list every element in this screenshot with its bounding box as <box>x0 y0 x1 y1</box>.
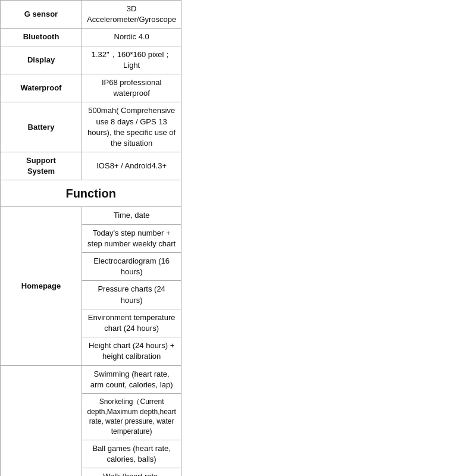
homepage-item-0: Time, date <box>82 207 181 224</box>
bluetooth-row: Bluetooth Nordic 4.0 <box>1 29 476 46</box>
battery-label: Battery <box>1 102 82 152</box>
g-sensor-label: G sensor <box>1 1 82 29</box>
support-system-row: SupportSystem IOS8+ / Android4.3+ <box>1 152 476 180</box>
battery-row: Battery 500mah( Comprehensive use 8 days… <box>1 102 476 152</box>
bluetooth-value: Nordic 4.0 <box>82 29 181 46</box>
bluetooth-label: Bluetooth <box>1 29 82 46</box>
homepage-item-1: Today's step number + step number weekly… <box>82 224 181 252</box>
homepage-item-2: Electrocardiogram (16 hours) <box>82 253 181 281</box>
homepage-item-3: Pressure charts (24 hours) <box>82 281 181 309</box>
support-system-value: IOS8+ / Android4.3+ <box>82 152 181 180</box>
battery-value: 500mah( Comprehensive use 8 days / GPS 1… <box>82 102 181 152</box>
display-row: Display 1.32"，160*160 pixel；Light <box>1 46 476 74</box>
support-system-label: SupportSystem <box>1 152 82 180</box>
waterproof-label: Waterproof <box>1 74 82 102</box>
homepage-row: Homepage Time, date <box>1 207 476 224</box>
display-value: 1.32"，160*160 pixel；Light <box>82 46 181 74</box>
sport-mode-row-0: Sport mode Swimming (heart rate, arm cou… <box>1 365 476 393</box>
display-label: Display <box>1 46 82 74</box>
homepage-item-4: Environment temperature chart (24 hours) <box>82 309 181 337</box>
waterproof-row: Waterproof IP68 professional waterproof <box>1 74 476 102</box>
sport-mode-item-2: Ball games (heart rate, calories, balls) <box>82 440 181 468</box>
sport-mode-item-3: Walk (heart rate, frequency, steps, calo… <box>82 468 181 476</box>
g-sensor-value: 3D Accelerometer/Gyroscope <box>82 1 181 29</box>
sport-mode-item-1: Snorkeling（Current depth,Maximum depth,h… <box>82 393 181 440</box>
sport-mode-label: Sport mode <box>1 365 82 476</box>
homepage-label: Homepage <box>1 207 82 365</box>
g-sensor-row: G sensor 3D Accelerometer/Gyroscope <box>1 1 476 29</box>
waterproof-value: IP68 professional waterproof <box>82 74 181 102</box>
homepage-item-5: Height chart (24 hours) + height calibra… <box>82 337 181 365</box>
function-header-title: Function <box>1 180 181 207</box>
sport-mode-item-0: Swimming (heart rate, arm count, calorie… <box>82 365 181 393</box>
function-header-row: Function <box>1 180 476 207</box>
